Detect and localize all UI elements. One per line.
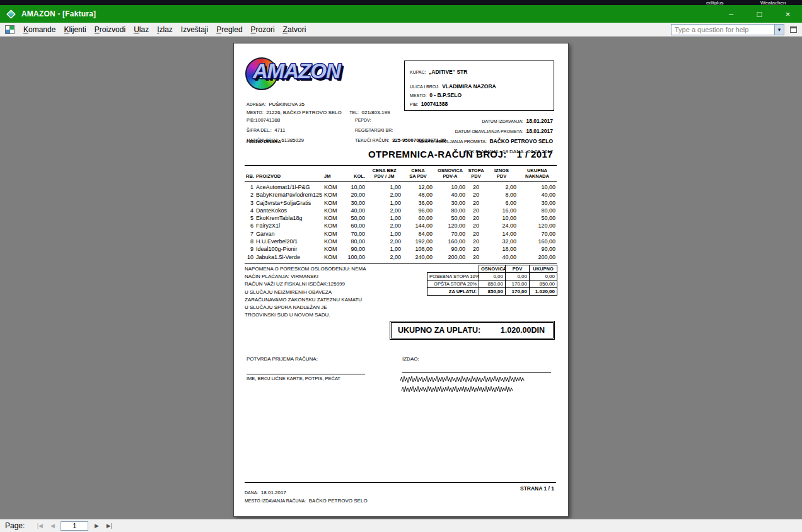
- item-cell: KOM: [323, 230, 340, 238]
- page-number-input[interactable]: [61, 521, 88, 531]
- menu-item-proizvodi[interactable]: Proizvodi: [91, 25, 129, 34]
- maximize-button[interactable]: □: [745, 5, 774, 23]
- item-cell: 8,00: [485, 191, 518, 199]
- menu-item-klijenti[interactable]: Klijenti: [61, 25, 89, 34]
- summary-cell: 0,00: [506, 273, 530, 280]
- text-line: ZARAČUNAVAMO ZAKONSKU ZATEZNU KAMATU: [245, 296, 366, 304]
- item-cell: 48,00: [402, 191, 434, 199]
- items-col-header: STOPAPDV: [467, 166, 485, 182]
- menu-item-zatvori[interactable]: Zatvori: [280, 25, 310, 34]
- item-cell: Caj3vrsta+SoljaGratis: [255, 199, 323, 207]
- item-row: 3Caj3vrsta+SoljaGratisKOM30,001,0036,003…: [245, 199, 557, 207]
- value: 4711: [274, 127, 285, 133]
- document-title-label: OTPREMNICA-RAČUN BROJ:: [368, 149, 507, 159]
- item-row: 10Jabuka1.5l-VerdeKOM100,002,00240,00200…: [245, 253, 557, 264]
- minimize-button[interactable]: –: [717, 5, 745, 23]
- item-cell: 84,00: [402, 230, 434, 238]
- app-icon: [6, 9, 16, 19]
- item-cell: 160,00: [434, 238, 467, 245]
- value: 61385029: [281, 137, 304, 143]
- label: DATUM IZDAVANJA:: [482, 119, 523, 124]
- prev-page-button[interactable]: ◀: [46, 523, 59, 529]
- menu-item-pregled[interactable]: Pregled: [213, 25, 245, 34]
- combo-arrow-icon[interactable]: ▾: [774, 25, 784, 35]
- items-col-header: KOL.: [340, 166, 366, 182]
- item-cell: KOM: [323, 207, 340, 214]
- item-cell: Fairy2X1l: [255, 222, 323, 229]
- item-cell: KOM: [323, 191, 340, 199]
- items-col-header: PROIZVOD: [255, 166, 323, 182]
- text-line: RAČUN VAŽI UZ FISKALNI ISEČAK:125999: [245, 280, 366, 288]
- item-row: 4DanteKokosKOM40,002,0096,0080,002016,00…: [245, 207, 557, 214]
- buyer-box: KUPAC: „ADITIVE“ STR ULICA I BROJ: VLADI…: [404, 61, 554, 111]
- item-cell: 40,00: [485, 253, 518, 264]
- summary-cell: 170,00: [506, 288, 530, 296]
- label: PIB:: [410, 102, 418, 107]
- item-cell: Jabuka1.5l-Verde: [255, 253, 323, 264]
- menu-item-izlaz[interactable]: Izlaz: [154, 25, 176, 34]
- summary-cell: 850,00: [479, 288, 506, 296]
- child-window-icon[interactable]: [790, 26, 797, 33]
- window-controls: – □ ×: [717, 5, 802, 23]
- item-cell: 20: [467, 207, 485, 214]
- item-cell: 2,00: [366, 253, 402, 264]
- menu-item-komande[interactable]: Komande: [20, 25, 59, 34]
- pager-label: Page:: [5, 521, 25, 530]
- item-cell: 20: [467, 253, 485, 264]
- document-number: 1 / 2017: [517, 149, 553, 159]
- item-cell: 40,00: [340, 207, 366, 214]
- footer-divider: [245, 482, 556, 483]
- item-cell: 20: [467, 199, 485, 207]
- item-cell: 50,00: [434, 214, 467, 222]
- application-window: editplus Weatachen AMAZON - [Faktura] – …: [0, 0, 802, 532]
- item-cell: 2: [245, 191, 255, 199]
- item-cell: 200,00: [434, 253, 467, 264]
- item-cell: KOM: [323, 182, 340, 192]
- close-button[interactable]: ×: [774, 5, 802, 23]
- item-cell: 9: [245, 245, 255, 253]
- report-icon[interactable]: [5, 25, 15, 34]
- seller-sifra-line: ŠIFRA DEL.: 4711: [247, 124, 304, 134]
- desktop-icon-label[interactable]: editplus: [706, 0, 724, 5]
- text-line: NAČIN PLAĆANJA: VIRMANSKI: [245, 273, 366, 280]
- label: DATUM OBAVLJANJA PROMETA:: [455, 129, 523, 134]
- item-cell: KOM: [323, 245, 340, 253]
- help-input[interactable]: [671, 25, 774, 35]
- item-cell: 3: [245, 199, 255, 207]
- item-cell: 5: [245, 214, 255, 222]
- item-cell: 6,00: [485, 199, 518, 207]
- menu-item-ulaz[interactable]: Ulaz: [131, 25, 152, 34]
- item-cell: AceAutomat1/1l-P&G: [255, 182, 323, 192]
- item-cell: 90,00: [340, 245, 366, 253]
- item-cell: 7: [245, 230, 255, 238]
- item-cell: 200,00: [518, 253, 557, 264]
- item-cell: H.U.Everbel20/1: [255, 238, 323, 245]
- item-row: 5EkoKremTabla18gKOM50,001,0060,0050,0020…: [245, 214, 557, 222]
- total-due-box: UKUPNO ZA UPLATU: 1.020.00DIN: [391, 322, 554, 338]
- value: „ADITIVE“ STR: [429, 69, 467, 75]
- menu-item-prozori[interactable]: Prozori: [248, 25, 278, 34]
- last-page-button[interactable]: ▶|: [103, 523, 115, 529]
- item-cell: 20: [467, 230, 485, 238]
- next-page-button[interactable]: ▶: [90, 523, 103, 529]
- item-row: 1AceAutomat1/1l-P&GKOM10,001,0012,0010,0…: [245, 182, 557, 192]
- text-line: U SLUČAJU NEIZMIRENIH OBAVEZA: [245, 289, 366, 296]
- text-line: U SLUČAJU SPORA NADLEŽAN JE: [245, 304, 366, 311]
- item-cell: 16,00: [485, 207, 518, 214]
- logo-text: AMAZON: [253, 59, 340, 83]
- summary-cell: 0,00: [530, 273, 557, 280]
- item-cell: 10: [245, 253, 255, 264]
- buyer-name-line: KUPAC: „ADITIVE“ STR: [410, 65, 467, 76]
- first-page-button[interactable]: |◀: [33, 523, 46, 529]
- menu-item-izvetaji[interactable]: Izveštaji: [178, 25, 211, 34]
- item-cell: 20: [467, 182, 485, 192]
- desktop-icon-label[interactable]: Weatachen: [760, 0, 786, 5]
- item-cell: 10,00: [340, 182, 366, 192]
- items-table: RB.PROIZVODJMKOL.CENA BEZPDV / JMCENASA …: [245, 165, 557, 264]
- item-row: 6Fairy2X1lKOM60,002,00144,00120,002024,0…: [245, 222, 557, 229]
- item-row: 8H.U.Everbel20/1KOM80,002,00192,00160,00…: [245, 238, 557, 245]
- item-cell: 12,00: [402, 182, 434, 192]
- summary-row-opsta: OPŠTA STOPA 20% 850,00 170,00 850,00: [427, 280, 557, 288]
- item-cell: 1,00: [366, 214, 402, 222]
- value: BAČKO PETROVO SELO: [489, 138, 553, 144]
